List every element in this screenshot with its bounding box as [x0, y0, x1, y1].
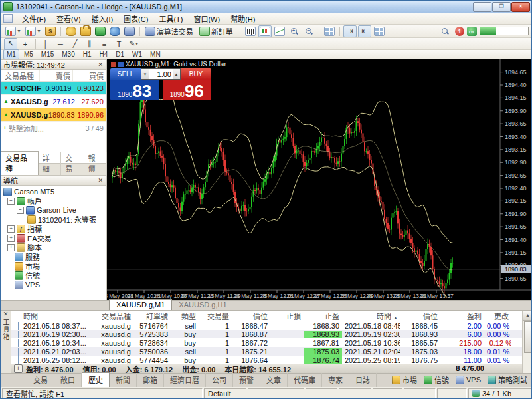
symbol-row-xagusd[interactable]: ▲XAGUSD.g 27.612 27.620 [1, 95, 106, 108]
tab-codebase[interactable]: 代碼庫 [288, 373, 322, 387]
scroll-up-icon[interactable]: ▲ [523, 311, 532, 321]
tab-exposure[interactable]: 敞口 [54, 373, 82, 387]
market-shortcut[interactable]: 市場 [392, 374, 417, 385]
trendline-button[interactable]: ╱ [68, 38, 82, 50]
table-row[interactable]: 2021.05.21 02:03...xauusd.g5750036sell11… [11, 347, 532, 356]
data-window-button[interactable]: $ [44, 25, 57, 37]
mdi-child-icon[interactable] [3, 14, 13, 23]
expand-icon[interactable]: + [7, 244, 15, 251]
tab-alerts[interactable]: 預警 [233, 373, 260, 387]
nav-signals[interactable]: 信號 [1, 271, 106, 280]
community-button[interactable] [123, 25, 136, 37]
symbol-row-xauusd[interactable]: ▲XAUUSD.g 1890.83 1890.96 [1, 108, 106, 122]
expand-summary-icon[interactable]: + [14, 364, 23, 373]
collapse-icon[interactable]: − [17, 207, 24, 214]
cursor-button[interactable]: ↖ [4, 38, 17, 50]
vertical-line-button[interactable]: │ [39, 38, 52, 50]
expand-icon[interactable]: + [7, 225, 15, 233]
algo-trading-button[interactable]: 演算法交易 [143, 25, 197, 37]
tile-windows-button[interactable] [323, 25, 336, 37]
close-icon[interactable]: ✕ [98, 177, 103, 184]
nav-accounts[interactable]: −帳戶 [1, 196, 106, 205]
nav-indicators[interactable]: +ƒ指標 [1, 224, 106, 233]
menu-help[interactable]: 幫助(H) [225, 12, 260, 25]
sorted-column-header[interactable]: 時間 ▲ [342, 311, 400, 321]
minimize-button[interactable]: — [473, 2, 491, 12]
menu-file[interactable]: 文件(F) [17, 12, 51, 25]
menu-charts[interactable]: 圖表(C) [118, 12, 153, 25]
nav-root[interactable]: Garson MT5 [1, 187, 106, 196]
nav-experts[interactable]: +EA交易 [1, 233, 106, 243]
tf-m5[interactable]: M5 [21, 49, 37, 59]
nav-account-login[interactable]: 13102041: 永豐張 [1, 215, 106, 224]
strategy-tester-shortcut[interactable]: 策略測試 [488, 374, 527, 385]
chart-shift-button[interactable]: ⇤ [358, 25, 371, 37]
menu-window[interactable]: 窗口(W) [188, 12, 225, 25]
crosshair-button[interactable]: + [19, 38, 32, 50]
tab-history[interactable]: 歷史 [82, 372, 110, 387]
mw-tab-details[interactable]: 詳細 [39, 152, 61, 175]
volume-up-button[interactable]: ▲ [173, 69, 180, 79]
close-icon[interactable]: ✕ [98, 61, 103, 68]
tf-h1[interactable]: H1 [80, 49, 95, 59]
market-button[interactable] [79, 25, 92, 37]
tab-calendar[interactable]: 經濟日曆 [164, 373, 206, 387]
chart-tab-h1[interactable]: XAUUSD.g,H1 [172, 300, 234, 310]
nav-server[interactable]: −Garson-Live [1, 205, 106, 215]
tf-m15[interactable]: M15 [38, 49, 57, 59]
tab-journal[interactable]: 日誌 [349, 373, 377, 387]
deposit-button[interactable] [64, 25, 78, 37]
nav-scripts[interactable]: +腳本 [1, 243, 106, 252]
tab-mailbox[interactable]: 郵箱 [137, 373, 164, 387]
signals-button[interactable] [94, 25, 107, 37]
volume-input[interactable] [149, 70, 173, 79]
close-icon[interactable]: ✕ [1, 311, 11, 317]
fibonacci-button[interactable]: ≡ [98, 38, 111, 50]
table-row[interactable]: 2021.05.18 08:37...xauusd.g5716764sell11… [11, 321, 532, 330]
chart-tab-m1[interactable]: XAUUSD.g,M1 [109, 299, 172, 310]
expand-icon[interactable]: + [7, 235, 15, 242]
candlestick-chart-button[interactable] [258, 25, 272, 37]
nav-vps[interactable]: VPS [1, 280, 106, 289]
menu-insert[interactable]: 插入(I) [86, 12, 118, 25]
buy-button[interactable]: BUY [181, 68, 211, 80]
tf-h4[interactable]: H4 [96, 49, 112, 59]
tab-news[interactable]: 新聞 [110, 373, 137, 387]
nav-services[interactable]: 服務 [1, 252, 106, 261]
buy-price[interactable]: 189096 [163, 80, 212, 100]
arrows-tool-button[interactable]: ✎▾ [127, 38, 140, 50]
mw-tab-ticks[interactable]: 報價 [84, 152, 107, 175]
tab-company[interactable]: 公司 [206, 373, 233, 387]
bar-chart-button[interactable] [244, 25, 257, 37]
history-scrollbar[interactable]: ▲ [522, 311, 532, 373]
tf-w1[interactable]: W1 [129, 49, 145, 59]
notifications-badge[interactable]: 1 [455, 27, 464, 36]
indicators-button[interactable] [373, 25, 386, 37]
maximize-button[interactable]: ❐ [492, 2, 511, 12]
vps-shortcut[interactable]: VPS [456, 376, 481, 384]
tf-m1[interactable]: M1 [3, 49, 19, 59]
tf-mn[interactable]: MN [147, 49, 164, 59]
mw-tab-symbols[interactable]: 交易品種 [1, 151, 39, 175]
signals-shortcut[interactable]: 信號 [424, 374, 449, 385]
new-chart-button[interactable]: ▼ [4, 25, 23, 37]
menu-view[interactable]: 查看(V) [51, 12, 86, 25]
line-chart-button[interactable] [273, 25, 286, 37]
add-symbol-row[interactable]: +點擊添加... 3 / 49 [1, 122, 106, 134]
channel-button[interactable]: ∥ [83, 38, 96, 50]
autoscroll-button[interactable]: ⇥ [343, 25, 357, 37]
vps-toolbar-button[interactable] [108, 25, 122, 37]
sell-price[interactable]: 189083 [110, 80, 159, 100]
close-button[interactable]: ✕ [511, 2, 530, 12]
collapse-icon[interactable]: − [7, 198, 15, 205]
new-order-button[interactable]: 新訂單 [198, 25, 236, 37]
tab-trade[interactable]: 交易 [27, 373, 54, 387]
tf-d1[interactable]: D1 [112, 49, 128, 59]
nav-market[interactable]: 市場 [1, 261, 106, 271]
status-profile[interactable]: Default [204, 388, 246, 398]
mw-tab-trading[interactable]: 交易 [61, 152, 84, 175]
tf-m30[interactable]: M30 [58, 49, 78, 59]
volume-down-button[interactable]: ▼ [141, 69, 149, 79]
table-row[interactable]: 2021.05.19 10:34...xauusd.g5728634buy118… [11, 338, 532, 347]
profiles-button[interactable]: ▼ [24, 25, 43, 37]
